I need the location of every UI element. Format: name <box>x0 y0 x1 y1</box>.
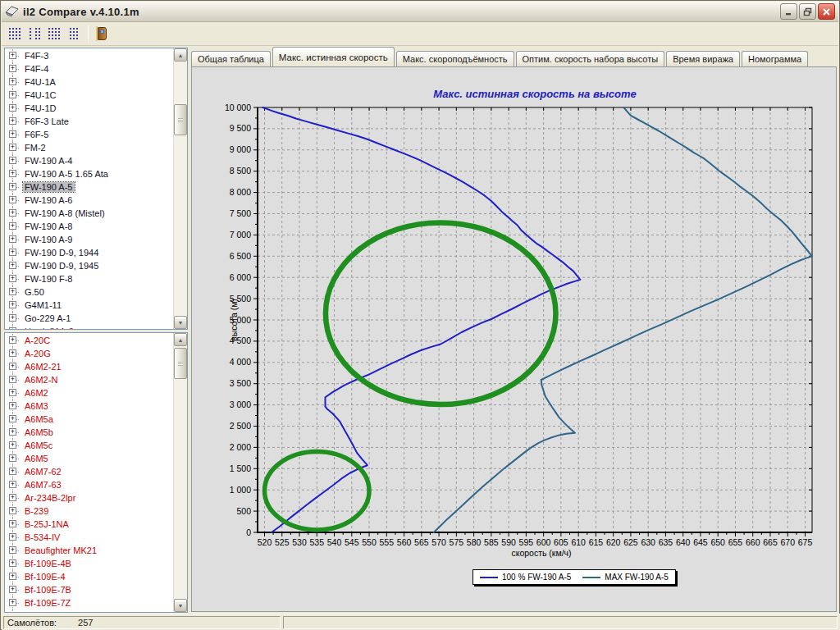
expand-plus-icon[interactable]: + <box>9 314 16 322</box>
tab-2[interactable]: Макс. истинная скорость <box>272 47 395 66</box>
tree-item[interactable]: +F4U-1C <box>5 89 173 102</box>
tree-bottom-scrollbar[interactable]: ▲ ▼ <box>173 333 187 612</box>
tree-item[interactable]: +F4U-1A <box>5 75 173 89</box>
exit-door-icon[interactable] <box>94 25 112 43</box>
expand-plus-icon[interactable]: + <box>9 389 16 396</box>
tree-item[interactable]: +G4M1-11 <box>5 299 173 312</box>
expand-plus-icon[interactable]: + <box>9 559 16 567</box>
expand-plus-icon[interactable]: + <box>9 428 16 436</box>
tree-item[interactable]: +A-20G <box>5 347 173 360</box>
expand-plus-icon[interactable]: + <box>9 586 16 593</box>
expand-plus-icon[interactable]: + <box>9 481 16 488</box>
tree-item[interactable]: +FW-190 A-9 <box>5 233 173 246</box>
tree-item[interactable]: +A6M5a <box>5 413 173 426</box>
scroll-thumb[interactable] <box>174 104 187 135</box>
expand-plus-icon[interactable]: + <box>9 78 16 85</box>
expand-plus-icon[interactable]: + <box>9 363 16 370</box>
expand-plus-icon[interactable]: + <box>9 235 16 243</box>
view-columns-2-icon[interactable] <box>25 25 43 43</box>
expand-plus-icon[interactable]: + <box>9 52 16 59</box>
scroll-down-arrow-icon[interactable]: ▼ <box>174 599 187 612</box>
tree-item[interactable]: +FW-190 D-9, 1945 <box>5 259 173 272</box>
tree-item[interactable]: +FW-190 F-8 <box>5 272 173 285</box>
expand-plus-icon[interactable]: + <box>9 157 16 164</box>
expand-plus-icon[interactable]: + <box>9 507 16 514</box>
close-button[interactable] <box>818 3 835 20</box>
tree-item[interactable]: +Bf-109E-4 <box>5 570 173 583</box>
tree-item[interactable]: +Bf-109E-7B <box>5 583 173 596</box>
expand-plus-icon[interactable]: + <box>9 275 16 282</box>
view-columns-1-icon[interactable] <box>6 25 24 43</box>
tree-item[interactable]: +Ar-234B-2lpr <box>5 491 173 504</box>
tree-item[interactable]: +B-25J-1NA <box>5 518 173 531</box>
expand-plus-icon[interactable]: + <box>9 402 16 409</box>
scroll-up-arrow-icon[interactable]: ▲ <box>174 333 187 346</box>
expand-plus-icon[interactable]: + <box>9 573 16 580</box>
expand-plus-icon[interactable]: + <box>9 599 16 606</box>
tree-item[interactable]: +B-534-IV <box>5 531 173 544</box>
expand-plus-icon[interactable]: + <box>9 222 16 230</box>
scroll-up-arrow-icon[interactable]: ▲ <box>174 48 187 62</box>
expand-plus-icon[interactable]: + <box>9 533 16 541</box>
expand-plus-icon[interactable]: + <box>9 262 16 269</box>
tree-item[interactable]: +Bf-109E-4B <box>5 557 173 570</box>
expand-plus-icon[interactable]: + <box>9 336 16 344</box>
tree-item[interactable]: +Hawk 81A-2 <box>5 325 173 329</box>
expand-plus-icon[interactable]: + <box>9 183 16 190</box>
tree-item[interactable]: +F6F-3 Late <box>5 115 173 128</box>
tree-item[interactable]: +F4U-1D <box>5 102 173 115</box>
expand-plus-icon[interactable]: + <box>9 468 16 475</box>
tree-item[interactable]: +A6M5c <box>5 439 173 452</box>
expand-plus-icon[interactable]: + <box>9 415 16 422</box>
tree-item[interactable]: +A-20C <box>5 334 173 347</box>
tab-4[interactable]: Оптим. скорость набора высоты <box>516 51 665 66</box>
scroll-thumb[interactable] <box>174 348 187 379</box>
expand-plus-icon[interactable]: + <box>9 546 16 554</box>
expand-plus-icon[interactable]: + <box>9 327 16 329</box>
expand-plus-icon[interactable]: + <box>9 104 16 112</box>
tree-item[interactable]: +A6M2-N <box>5 373 173 386</box>
expand-plus-icon[interactable]: + <box>9 144 16 151</box>
tree-item[interactable]: +A6M5b <box>5 426 173 439</box>
tree-item[interactable]: +Bf-109E-7Z <box>5 596 173 609</box>
expand-plus-icon[interactable]: + <box>9 376 16 383</box>
tree-item[interactable]: +FW-190 A-5 <box>5 180 173 194</box>
tab-3[interactable]: Макс. скороподъёмность <box>396 51 514 66</box>
tree-item[interactable]: +A6M2 <box>5 386 173 399</box>
tree-item[interactable]: +A6M7-62 <box>5 465 173 478</box>
tree-item[interactable]: +A6M7-63 <box>5 478 173 491</box>
expand-plus-icon[interactable]: + <box>9 288 16 295</box>
expand-plus-icon[interactable]: + <box>9 170 16 177</box>
tree-item[interactable]: +A6M3 <box>5 399 173 413</box>
expand-plus-icon[interactable]: + <box>9 520 16 527</box>
tab-1[interactable]: Общая таблица <box>191 51 271 66</box>
expand-plus-icon[interactable]: + <box>9 65 16 72</box>
expand-plus-icon[interactable]: + <box>9 117 16 125</box>
expand-plus-icon[interactable]: + <box>9 209 16 217</box>
tree-item[interactable]: +F4F-4 <box>5 62 173 75</box>
expand-plus-icon[interactable]: + <box>9 349 16 357</box>
tree-item[interactable]: +A6M2-21 <box>5 360 173 373</box>
tree-item[interactable]: +FW-190 A-4 <box>5 154 173 167</box>
tree-item[interactable]: +FW-190 A-8 <box>5 220 173 233</box>
tree-item[interactable]: +FW-190 A-8 (Mistel) <box>5 207 173 220</box>
tree-item[interactable]: +F6F-5 <box>5 128 173 141</box>
tree-item[interactable]: +FM-2 <box>5 141 173 154</box>
tree-item[interactable]: +FW-190 A-6 <box>5 194 173 207</box>
expand-plus-icon[interactable]: + <box>9 91 16 98</box>
tree-item[interactable]: +FW-190 A-5 1.65 Ata <box>5 167 173 180</box>
expand-plus-icon[interactable]: + <box>9 301 16 308</box>
expand-plus-icon[interactable]: + <box>9 441 16 449</box>
scroll-down-arrow-icon[interactable]: ▼ <box>174 316 187 329</box>
expand-plus-icon[interactable]: + <box>9 249 16 256</box>
minimize-button[interactable] <box>780 3 797 20</box>
tree-item[interactable]: +Bf-109F-2 <box>5 609 173 612</box>
tab-6[interactable]: Номограмма <box>742 51 808 66</box>
view-columns-4-icon[interactable] <box>65 25 83 43</box>
tree-item[interactable]: +G.50 <box>5 285 173 299</box>
tree-item[interactable]: +FW-190 D-9, 1944 <box>5 246 173 259</box>
expand-plus-icon[interactable]: + <box>9 494 16 501</box>
view-columns-3-icon[interactable] <box>45 25 63 43</box>
tree-item[interactable]: +Beaufighter MK21 <box>5 544 173 557</box>
tree-item[interactable]: +F4F-3 <box>5 49 173 62</box>
